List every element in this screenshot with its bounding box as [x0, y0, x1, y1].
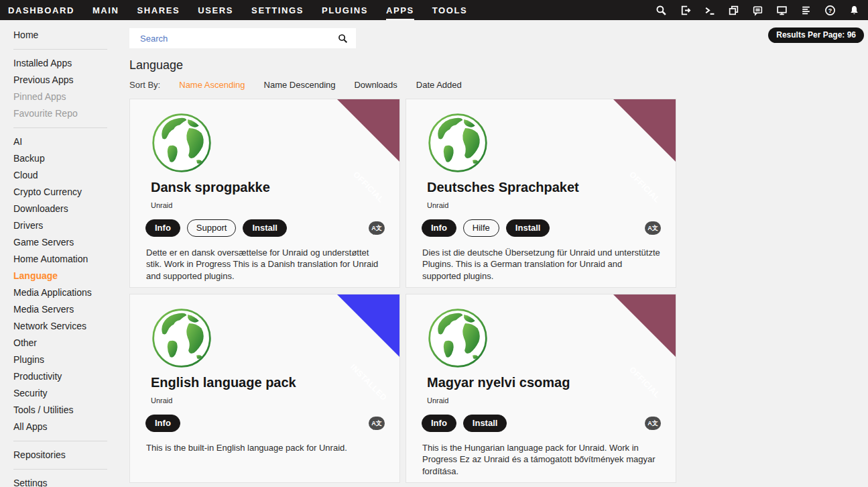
search-box[interactable]: [129, 28, 356, 48]
logout-icon[interactable]: [680, 5, 691, 16]
sidebar-item-plugins[interactable]: Plugins: [13, 351, 124, 368]
page-body: Home Installed Apps Previous Apps Pinned…: [0, 20, 868, 487]
app-author: Unraid: [427, 201, 661, 209]
globe-app-icon: [427, 307, 489, 369]
sidebar-item-crypto-currency[interactable]: Crypto Currency: [13, 184, 124, 201]
info-button[interactable]: Info: [422, 219, 456, 237]
sidebar-item-cloud[interactable]: Cloud: [13, 167, 124, 184]
sort-by-label: Sort By:: [129, 80, 160, 90]
app-author: Unraid: [151, 396, 385, 404]
sidebar-item-media-applications[interactable]: Media Applications: [13, 284, 124, 301]
info-button[interactable]: Info: [145, 219, 180, 237]
sidebar-item-backup[interactable]: Backup: [13, 150, 124, 167]
app-title: Dansk sprogpakke: [151, 180, 385, 195]
translate-icon: A文: [369, 221, 385, 235]
sidebar-item-security[interactable]: Security: [13, 385, 124, 402]
search-input[interactable]: [139, 33, 338, 44]
sidebar-item-other[interactable]: Other: [13, 335, 124, 351]
page-title: Language: [129, 58, 868, 72]
sidebar-item-language[interactable]: Language: [13, 268, 124, 284]
app-actions: Info A文: [145, 415, 385, 432]
app-description: This is the Hungarian language pack for …: [422, 442, 661, 477]
nav-item-main[interactable]: MAIN: [92, 0, 119, 20]
notifications-bell-icon[interactable]: [849, 5, 860, 16]
app-actions: Info Support Install A文: [145, 219, 385, 237]
terminal-icon[interactable]: [704, 5, 715, 16]
monitor-icon[interactable]: [776, 5, 788, 16]
sidebar-item-productivity[interactable]: Productivity: [13, 368, 124, 385]
install-button[interactable]: Install: [506, 219, 550, 237]
search-icon[interactable]: [656, 5, 667, 16]
app-actions: Info Hilfe Install A文: [422, 219, 661, 237]
app-card[interactable]: OFFICIAL Deutsches Sprachpaket Unraid: [406, 99, 676, 288]
log-icon[interactable]: [800, 5, 812, 16]
copy-icon[interactable]: [728, 5, 739, 16]
sort-bar: Sort By: Name Ascending Name Descending …: [129, 80, 868, 90]
sidebar-item-home[interactable]: Home: [13, 27, 124, 44]
sort-option-date-added[interactable]: Date Added: [416, 80, 462, 90]
sidebar-item-repositories[interactable]: Repositories: [13, 447, 124, 464]
app-card[interactable]: INSTALLED English language pack Unraid: [129, 294, 400, 483]
nav-item-dashboard[interactable]: DASHBOARD: [8, 0, 74, 20]
help-icon[interactable]: ?: [824, 5, 836, 16]
nav-item-shares[interactable]: SHARES: [137, 0, 180, 20]
sidebar-item-installed-apps[interactable]: Installed Apps: [13, 55, 124, 72]
sidebar-item-all-apps[interactable]: All Apps: [13, 419, 124, 435]
sidebar-divider: [13, 127, 107, 128]
nav-item-settings[interactable]: SETTINGS: [251, 0, 304, 20]
sidebar-divider: [13, 49, 107, 50]
installed-ribbon: INSTALLED: [337, 294, 399, 357]
app-description: This is the built-in English language pa…: [146, 442, 385, 453]
app-card[interactable]: OFFICIAL Dansk sprogpakke Unraid Info: [129, 99, 400, 288]
globe-app-icon: [151, 112, 212, 174]
nav-item-plugins[interactable]: PLUGINS: [322, 0, 368, 20]
svg-text:?: ?: [828, 7, 832, 13]
sidebar-item-game-servers[interactable]: Game Servers: [13, 234, 124, 251]
top-nav-menu: DASHBOARD MAIN SHARES USERS SETTINGS PLU…: [8, 0, 467, 20]
official-ribbon: OFFICIAL: [337, 99, 399, 162]
info-button[interactable]: Info: [145, 415, 180, 432]
install-button[interactable]: Install: [463, 415, 507, 432]
globe-app-icon: [151, 307, 212, 369]
sidebar-item-drivers[interactable]: Drivers: [13, 217, 124, 234]
install-button[interactable]: Install: [243, 219, 287, 237]
sidebar-item-previous-apps[interactable]: Previous Apps: [13, 72, 124, 89]
sidebar-item-downloaders[interactable]: Downloaders: [13, 201, 124, 217]
app-author: Unraid: [151, 201, 385, 209]
app-description: Dies ist die deutsche Übersetzung für Un…: [422, 247, 661, 282]
info-button[interactable]: Info: [422, 415, 456, 432]
sidebar-item-ai[interactable]: AI: [13, 133, 124, 150]
official-ribbon: OFFICIAL: [613, 294, 676, 357]
support-button[interactable]: Support: [187, 219, 237, 237]
sidebar: Home Installed Apps Previous Apps Pinned…: [0, 20, 124, 487]
sort-option-name-ascending[interactable]: Name Ascending: [179, 80, 245, 90]
app-title: English language pack: [151, 375, 385, 390]
app-title: Magyar nyelvi csomag: [427, 375, 661, 390]
sidebar-item-network-services[interactable]: Network Services: [13, 318, 124, 335]
app-description: Dette er en dansk oversættelse for Unrai…: [146, 247, 385, 282]
nav-item-apps[interactable]: APPS: [386, 0, 414, 20]
sort-option-name-descending[interactable]: Name Descending: [264, 80, 336, 90]
sidebar-item-tools-utilities[interactable]: Tools / Utilities: [13, 402, 124, 419]
app-actions: Info Install A文: [422, 415, 661, 432]
sidebar-item-favourite-repo: Favourite Repo: [13, 105, 124, 122]
globe-app-icon: [427, 112, 489, 174]
translate-icon: A文: [645, 417, 661, 430]
nav-item-tools[interactable]: TOOLS: [432, 0, 468, 20]
nav-item-users[interactable]: USERS: [198, 0, 233, 20]
results-per-page-badge[interactable]: Results Per Page: 96: [768, 28, 864, 43]
sort-option-downloads[interactable]: Downloads: [354, 80, 397, 90]
top-nav-icons: ?: [656, 0, 860, 20]
feedback-icon[interactable]: [752, 5, 763, 16]
official-ribbon: OFFICIAL: [613, 99, 676, 162]
sidebar-item-pinned-apps: Pinned Apps: [13, 89, 124, 105]
hilfe-button[interactable]: Hilfe: [463, 219, 499, 237]
sidebar-item-media-servers[interactable]: Media Servers: [13, 301, 124, 318]
search-icon[interactable]: [338, 34, 348, 44]
app-card[interactable]: OFFICIAL Magyar nyelvi csomag Unraid: [406, 294, 676, 483]
app-title: Deutsches Sprachpaket: [427, 180, 661, 195]
sidebar-divider: [13, 441, 107, 441]
sidebar-item-settings[interactable]: Settings: [13, 475, 124, 487]
sidebar-item-home-automation[interactable]: Home Automation: [13, 251, 124, 268]
top-nav: DASHBOARD MAIN SHARES USERS SETTINGS PLU…: [0, 0, 868, 20]
